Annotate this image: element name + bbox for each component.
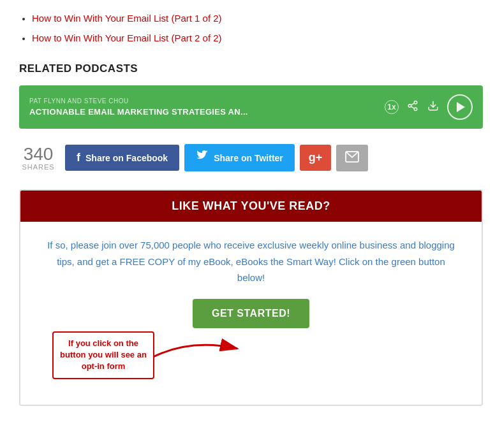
facebook-label: Share on Facebook [85, 153, 168, 163]
list-item: How to Win With Your Email List (Part 1 … [32, 13, 483, 24]
speed-button[interactable]: 1x [385, 100, 399, 114]
svg-line-3 [411, 106, 414, 108]
share-row: 340 SHARES f Share on Facebook Share on … [19, 144, 483, 171]
facebook-icon: f [77, 151, 80, 164]
podcast-player: PAT FLYNN AND STEVE CHOU ACTIONABLE EMAI… [19, 85, 483, 129]
podcast-author: PAT FLYNN AND STEVE CHOU [29, 98, 248, 105]
list-item: How to Win With Your Email List (Part 2 … [32, 33, 483, 43]
cta-description: If so, please join over 75,000 people wh… [46, 237, 456, 286]
podcast-info: PAT FLYNN AND STEVE CHOU ACTIONABLE EMAI… [29, 98, 248, 117]
link-part1[interactable]: How to Win With Your Email List (Part 1 … [32, 13, 222, 24]
twitter-icon [196, 150, 209, 165]
article-links: How to Win With Your Email List (Part 1 … [32, 13, 483, 43]
related-podcasts-heading: RELATED PODCASTS [19, 62, 483, 75]
share-number: 340 [19, 145, 57, 163]
annotation-area: If you click on the button you will see … [46, 335, 456, 386]
share-count-display: 340 SHARES [19, 145, 57, 171]
annotation-text: If you click on the button you will see … [60, 338, 147, 371]
cta-body-inner: If so, please join over 75,000 people wh… [46, 237, 456, 386]
googleplus-label: g+ [309, 151, 323, 164]
play-button[interactable] [447, 94, 473, 120]
email-icon [345, 151, 359, 165]
play-icon [457, 102, 465, 112]
cta-header: LIKE WHAT YOU'VE READ? [20, 191, 482, 222]
facebook-share-button[interactable]: f Share on Facebook [65, 145, 179, 171]
podcast-controls: 1x [385, 94, 473, 120]
get-started-button[interactable]: GET STARTED! [193, 299, 309, 328]
link-part2[interactable]: How to Win With Your Email List (Part 2 … [32, 33, 222, 43]
annotation-box: If you click on the button you will see … [52, 331, 154, 379]
download-icon[interactable] [427, 100, 439, 115]
email-share-button[interactable] [336, 145, 368, 171]
share-label: SHARES [19, 163, 57, 171]
twitter-label: Share on Twitter [214, 153, 283, 163]
cta-body: If so, please join over 75,000 people wh… [20, 222, 482, 405]
googleplus-share-button[interactable]: g+ [300, 145, 332, 171]
cta-box: LIKE WHAT YOU'VE READ? If so, please joi… [19, 189, 483, 406]
share-icon[interactable] [406, 100, 419, 115]
twitter-share-button[interactable]: Share on Twitter [184, 144, 295, 171]
svg-line-4 [411, 103, 414, 105]
podcast-title: ACTIONABLE EMAIL MARKETING STRATEGIES AN… [29, 107, 248, 117]
